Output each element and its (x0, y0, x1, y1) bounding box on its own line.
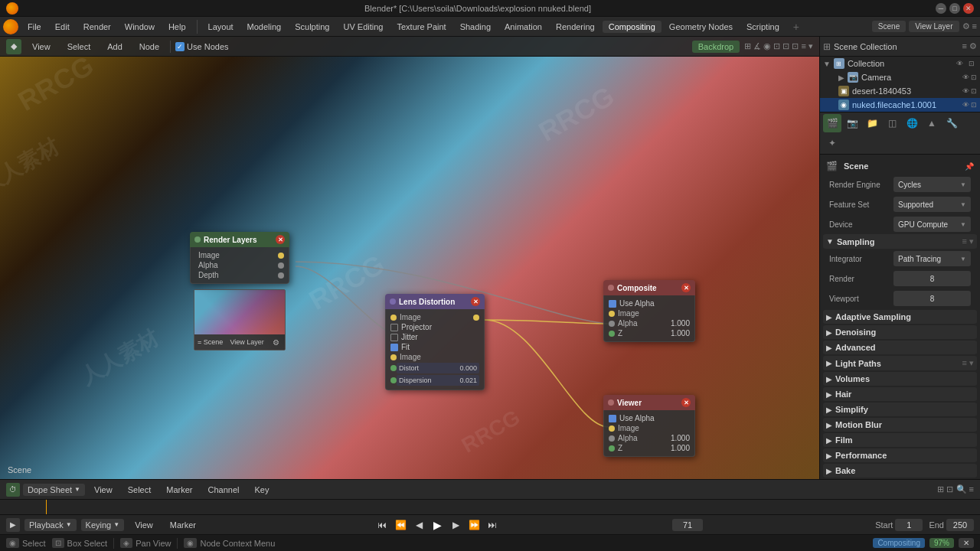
add-workspace-button[interactable]: + (787, 19, 805, 34)
render-engine-dropdown[interactable]: Cycles ▼ (893, 177, 971, 192)
composite-node[interactable]: Composite ✕ Use Alpha Image Alpha 1.000 (603, 280, 695, 342)
tl-key-btn[interactable]: Key (248, 484, 275, 496)
viewer-node[interactable]: Viewer ✕ Use Alpha Image Alpha 1.000 (603, 395, 695, 457)
dopesheet-icon[interactable]: ⏱ (6, 483, 20, 497)
desert-render[interactable]: ⊡ (971, 87, 977, 95)
integrator-dropdown[interactable]: Path Tracing ▼ (893, 251, 971, 266)
start-frame-field[interactable]: 1 (895, 519, 923, 531)
comp-alpha-in[interactable] (609, 321, 615, 327)
motion-blur-header[interactable]: ▶ Motion Blur (823, 418, 977, 432)
use-nodes-checkbox[interactable]: ✓ (175, 42, 185, 51)
viewport-samples-value[interactable]: 8 (893, 291, 971, 306)
viewer-close[interactable]: ✕ (681, 398, 691, 407)
feature-set-dropdown[interactable]: Supported ▼ (893, 197, 971, 212)
viewer-z-in[interactable] (609, 445, 615, 452)
lens-distortion-node[interactable]: Lens Distortion ✕ Image Projector Jitter (385, 294, 485, 390)
performance-header[interactable]: ▶ Performance (823, 448, 977, 462)
jump-end-btn[interactable]: ⏭ (485, 517, 500, 533)
close-status-btn[interactable]: ✕ (959, 538, 974, 548)
ld-image-in[interactable] (390, 315, 397, 321)
maximize-button[interactable]: □ (949, 3, 960, 14)
node-editor[interactable]: RRCG 人人素材 RRCG RRCG 人人素材 RRCG ◆ View Sel… (0, 37, 819, 479)
tl-channel-btn[interactable]: Channel (202, 484, 246, 496)
geometry-nodes-label[interactable]: Geometry Nodes (663, 21, 739, 33)
outliner-filter[interactable]: ≡ (962, 41, 967, 51)
outliner-settings[interactable]: ⚙ (969, 41, 977, 51)
image-socket-out[interactable] (278, 253, 284, 259)
nuked-render[interactable]: ⊡ (971, 101, 977, 109)
collection-root[interactable]: ▼ ⊞ Collection 👁 ⊡ (820, 57, 980, 70)
menu-edit[interactable]: Edit (49, 21, 76, 33)
simplify-header[interactable]: ▶ Simplify (823, 403, 977, 416)
playback-type-icon[interactable]: ▶ (6, 518, 20, 532)
compositing-tab[interactable]: Compositing (603, 21, 662, 33)
comp-use-alpha-check[interactable] (609, 300, 616, 308)
volumes-header[interactable]: ▶ Volumes (823, 372, 977, 386)
backdrop-btn[interactable]: Backdrop (692, 41, 740, 53)
ld-disp-in[interactable] (390, 377, 397, 383)
shading-label[interactable]: Shading (454, 21, 497, 33)
denoising-header[interactable]: ▶ Denoising (823, 325, 977, 339)
viewer-image-in[interactable] (609, 425, 615, 432)
play-btn[interactable]: ▶ (430, 517, 445, 533)
advanced-header[interactable]: ▶ Advanced (823, 341, 977, 354)
rendering-label[interactable]: Rendering (550, 21, 601, 33)
tl-view-btn[interactable]: View (88, 484, 119, 496)
pb-view-btn[interactable]: View (129, 519, 159, 531)
sculpting-tab-menu[interactable]: Sculpting (289, 21, 335, 33)
desert-vis[interactable]: 👁 (962, 87, 969, 95)
compositing-icon[interactable]: ◆ (6, 39, 21, 54)
render-layers-node[interactable]: Render Layers ✕ Image Alpha Depth (190, 232, 289, 284)
nuked-item[interactable]: ◉ nuked.filecache1.0001 👁 ⊡ (820, 98, 980, 112)
prev-keyframe-btn[interactable]: ⏪ (393, 517, 408, 533)
node-menu-btn[interactable]: Node (133, 41, 165, 53)
tl-marker-btn[interactable]: Marker (160, 484, 198, 496)
prop-particle-icon[interactable]: ✦ (823, 134, 841, 152)
ld-fit-check[interactable] (390, 344, 398, 351)
ld-distort-in[interactable] (390, 365, 397, 371)
playback-dropdown[interactable]: Playback ▼ (24, 519, 77, 531)
texture-paint-label[interactable]: Texture Paint (390, 21, 452, 33)
tl-select-btn[interactable]: Select (122, 484, 158, 496)
animation-label[interactable]: Animation (498, 21, 548, 33)
scripting-label[interactable]: Scripting (740, 21, 786, 33)
keying-dropdown[interactable]: Keying ▼ (81, 519, 125, 531)
use-nodes-toggle[interactable]: ✓ Use Nodes (175, 42, 228, 51)
uv-editing-label[interactable]: UV Editing (337, 21, 389, 33)
render-samples-value[interactable]: 8 (893, 271, 971, 286)
view-menu-btn[interactable]: View (26, 41, 57, 53)
prop-mod-icon[interactable]: 🔧 (942, 114, 961, 132)
prop-object-icon[interactable]: ▲ (923, 114, 941, 132)
end-frame-field[interactable]: 250 (946, 519, 974, 531)
prop-render-icon[interactable]: 📷 (843, 114, 861, 132)
adaptive-sampling-header[interactable]: ▶ Adaptive Sampling (823, 310, 977, 324)
viewer-alpha-in[interactable] (609, 435, 615, 442)
ld-jitter-check[interactable] (390, 334, 398, 341)
step-fwd-btn[interactable]: ▶ (448, 517, 463, 533)
pb-marker-btn[interactable]: Marker (164, 519, 202, 531)
comp-image-in[interactable] (609, 311, 615, 317)
next-keyframe-btn[interactable]: ⏩ (466, 517, 482, 533)
window-controls[interactable]: ─ □ ✕ (936, 3, 974, 14)
scene-selector[interactable]: Scene (872, 21, 906, 32)
viewer-use-alpha-check[interactable] (609, 415, 616, 422)
ld-projector-check[interactable] (390, 324, 398, 331)
view-layer-selector[interactable]: View Layer (909, 21, 959, 32)
device-dropdown[interactable]: GPU Compute ▼ (893, 217, 971, 232)
col-visibility[interactable]: 👁 (954, 58, 965, 69)
modeling-label[interactable]: Modeling (241, 21, 288, 33)
menu-help[interactable]: Help (162, 21, 192, 33)
sampling-header[interactable]: ▼ Sampling ≡ ▾ (823, 234, 977, 249)
close-button[interactable]: ✕ (963, 3, 974, 14)
prop-output-icon[interactable]: 📁 (863, 114, 881, 132)
add-menu-btn[interactable]: Add (101, 41, 129, 53)
film-header[interactable]: ▶ Film (823, 433, 977, 447)
alpha-socket-out[interactable] (278, 262, 284, 269)
scene-pin[interactable]: 📌 (965, 162, 974, 171)
render-layers-close[interactable]: ✕ (276, 235, 285, 244)
ld-dispersion-value[interactable]: Dispersion 0.021 (397, 375, 479, 386)
prop-view-layer-icon[interactable]: ◫ (883, 114, 901, 132)
step-back-btn[interactable]: ◀ (411, 517, 426, 533)
cam-vis[interactable]: 👁 (962, 73, 969, 81)
depth-socket-out[interactable] (278, 272, 284, 279)
